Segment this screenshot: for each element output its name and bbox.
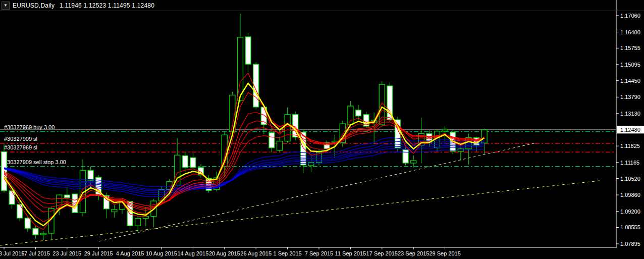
price-tick-label: 1.13130 [620,111,640,117]
price-tick-label: 1.10520 [620,176,640,182]
candle-bear [9,191,15,204]
time-tick-label: 4 Aug 2015 [116,250,144,256]
candle-bear [190,158,196,168]
titlebar-divider [0,11,644,11]
price-tick-label: 1.07895 [620,241,640,247]
candle-bear [269,133,275,148]
candle-bull [135,218,141,226]
candle-bull [481,130,487,143]
current-price-label: 1.12480 [620,127,640,133]
time-tick-label: 29 Sep 2015 [429,250,460,256]
price-tick-label: 1.17060 [620,13,640,19]
candle-bull [41,233,46,235]
candle-bear [182,156,188,168]
time-tick-label: 20 Aug 2015 [209,250,240,256]
time-tick-label: 17 Sep 2015 [366,250,398,256]
chart-title-ohlc: 1.11946 1.12523 1.11495 1.12480 [60,2,154,9]
chart-window: #30327969 buy 3.00#30327909 sl#30327969 … [0,0,644,259]
candle-bull [308,163,314,166]
price-tick-label: 1.09200 [620,209,640,215]
candle-bear [403,149,408,163]
time-tick-label: 17 Jul 2015 [21,250,50,256]
time-tick-label: 11 Sep 2015 [335,250,366,256]
price-tick-label: 1.15095 [620,62,640,68]
candle-bull [348,106,353,125]
time-tick-label: 10 Aug 2015 [146,250,177,256]
candle-bear [88,170,93,180]
candle-bull [285,115,290,141]
candle-bull [442,129,448,131]
candle-bull [277,141,283,150]
chart-title-bar: ▼ EURUSD,Daily 1.11946 1.12523 1.11495 1… [0,0,644,11]
price-tick-label: 1.08555 [620,224,640,230]
triangle-down-icon: ▼ [4,4,8,8]
candle-bear [64,195,70,197]
candle-bull [143,217,148,219]
price-tick-label: 1.11825 [620,143,640,149]
candle-bull [238,37,243,100]
candle-bull [57,195,62,209]
candle-bear [17,204,23,218]
time-tick-label: 23 Sep 2015 [398,250,429,256]
candle-bear [245,37,251,64]
order-line-label: #30327969 sl [4,144,37,150]
time-tick-label: 7 Sep 2015 [305,250,333,256]
candle-bear [25,218,30,228]
price-tick-label: 1.15755 [620,45,640,51]
price-tick-label: 1.09860 [620,192,640,198]
time-tick-label: 29 Jul 2015 [84,250,113,256]
time-tick-label: 26 Aug 2015 [240,250,272,256]
price-tick-label: 1.11165 [620,160,639,166]
chart-title: EURUSD,Daily [13,2,55,9]
candle-bear [2,151,7,190]
candle-bull [112,210,117,212]
price-tick-label: 1.13790 [620,94,640,100]
time-tick-label: 23 Jul 2015 [52,250,81,256]
time-tick-label: 1 Sep 2015 [273,250,301,256]
symbol-menu-button[interactable]: ▼ [2,2,10,10]
price-tick-label: 1.16400 [620,29,640,35]
order-line-label: #30327909 sl [4,136,37,142]
time-tick-label: 14 Aug 2015 [178,250,209,256]
price-tick-label: 1.14450 [620,78,640,84]
order-line-label: #30327969 buy 3.00 [4,124,55,130]
order-line-label: #30327909 sell stop 3.00 [4,159,66,165]
candle-bear [356,110,361,116]
candle-bear [33,228,38,235]
chart-canvas[interactable]: #30327969 buy 3.00#30327909 sl#30327969 … [0,0,644,259]
candle-bull [411,161,416,163]
